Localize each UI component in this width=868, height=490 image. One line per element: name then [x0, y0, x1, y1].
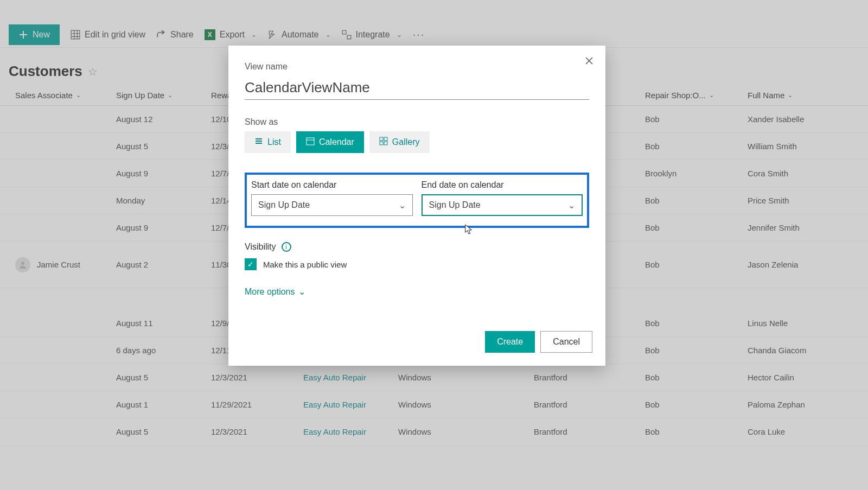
more-options-link[interactable]: More options ⌄ — [245, 287, 589, 297]
svg-rect-7 — [380, 142, 383, 145]
gallery-icon — [379, 137, 388, 148]
show-as-label: Show as — [245, 117, 589, 127]
chevron-down-icon: ⌄ — [399, 200, 406, 211]
start-date-select[interactable]: Sign Up Date ⌄ — [251, 194, 413, 216]
end-date-select[interactable]: Sign Up Date ⌄ — [422, 194, 583, 216]
view-name-input[interactable] — [245, 76, 589, 100]
chevron-down-icon: ⌄ — [298, 287, 305, 297]
show-as-list-button[interactable]: List — [245, 131, 291, 153]
visibility-label: Visibility — [245, 242, 276, 252]
public-view-checkbox[interactable]: ✓ — [245, 258, 257, 270]
svg-rect-5 — [380, 137, 383, 141]
svg-rect-4 — [307, 138, 314, 145]
create-view-modal: View name Show as List Calendar Gallery … — [228, 46, 605, 366]
create-button[interactable]: Create — [485, 331, 535, 353]
chevron-down-icon: ⌄ — [568, 200, 575, 211]
view-name-label: View name — [245, 62, 589, 72]
start-date-label: Start date on calendar — [251, 180, 413, 190]
show-as-gallery-button[interactable]: Gallery — [369, 131, 430, 153]
date-fields-highlight: Start date on calendar Sign Up Date ⌄ En… — [245, 173, 589, 228]
calendar-icon — [306, 137, 315, 148]
public-view-label: Make this a public view — [263, 260, 347, 269]
svg-rect-8 — [384, 142, 387, 145]
show-as-calendar-button[interactable]: Calendar — [296, 131, 364, 153]
info-icon[interactable]: i — [282, 242, 291, 252]
cancel-button[interactable]: Cancel — [540, 331, 592, 353]
end-date-label: End date on calendar — [422, 180, 583, 190]
list-icon — [254, 137, 263, 148]
close-button[interactable] — [585, 55, 593, 68]
svg-rect-6 — [384, 137, 387, 141]
